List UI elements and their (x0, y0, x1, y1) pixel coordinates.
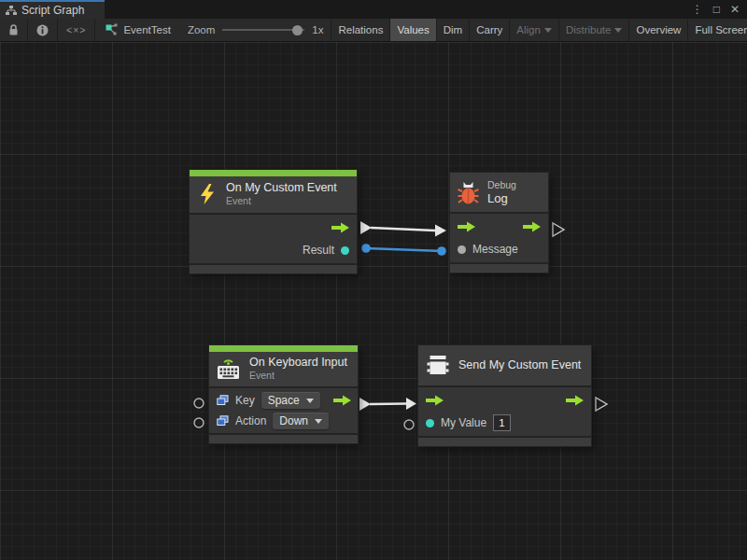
edit-source-button[interactable]: <×> (58, 19, 95, 41)
node-body: Key Space Action Down (209, 386, 358, 435)
flow-out-arrow-icon[interactable] (333, 395, 351, 406)
message-input-row: Message (450, 238, 548, 260)
enum-windows-icon (217, 415, 229, 427)
event-colorbar (209, 345, 358, 352)
overview-button[interactable]: Overview (628, 19, 687, 41)
node-subtitle: Event (249, 370, 347, 382)
connection-value-result-to-message[interactable] (361, 244, 446, 256)
send-event-exit-port[interactable] (596, 398, 607, 411)
node-header: On My Custom Event Event (190, 176, 357, 213)
carry-button[interactable]: Carry (469, 19, 509, 41)
node-title: On My Custom Event (226, 181, 337, 195)
zoom-value: 1x (312, 24, 323, 35)
my-value-port[interactable] (426, 419, 434, 427)
zoom-slider-handle[interactable] (292, 25, 303, 35)
flow-out-arrow-icon[interactable] (331, 222, 349, 233)
node-footer (190, 265, 357, 273)
zoom-control: Zoom 1x (180, 19, 331, 41)
keyboard-input-icon (216, 357, 241, 381)
distribute-button[interactable]: Distribute (558, 19, 629, 41)
window-titlebar: Script Graph ⋮ □ ✕ (0, 0, 747, 19)
chevron-down-icon (306, 399, 314, 403)
node-send-my-custom-event[interactable]: Send My Custom Event My Value 1 (418, 345, 591, 446)
lock-button[interactable] (0, 19, 28, 41)
flow-out-arrow-icon[interactable] (566, 395, 584, 406)
event-machine-icon (426, 354, 450, 377)
relations-button[interactable]: Relations (331, 19, 389, 41)
node-title: Log (487, 191, 516, 205)
flow-out-arrow-icon[interactable] (523, 221, 541, 232)
dim-button[interactable]: Dim (436, 19, 469, 41)
flow-in-arrow-icon[interactable] (426, 395, 444, 406)
graph-canvas[interactable]: On My Custom Event Event Result (0, 42, 747, 560)
flow-row (450, 216, 548, 238)
chevron-down-icon (315, 419, 322, 424)
enum-windows-icon (217, 395, 229, 406)
node-footer (209, 435, 358, 443)
align-label: Align (516, 24, 541, 35)
action-dropdown[interactable]: Down (273, 413, 329, 429)
maximize-icon[interactable]: □ (713, 4, 720, 15)
flow-output-row (190, 217, 357, 239)
graph-breadcrumb[interactable]: EventTest (95, 19, 180, 41)
key-label: Key (235, 394, 255, 407)
my-value-label: My Value (441, 416, 486, 429)
connection-flow-keyboard-to-send[interactable] (359, 398, 416, 411)
code-icon: <×> (66, 24, 86, 35)
chevron-down-icon (614, 28, 622, 33)
carry-label: Carry (476, 24, 502, 35)
debug-bug-icon (458, 180, 479, 205)
zoom-slider[interactable] (222, 24, 304, 35)
key-input-row: Key Space (209, 390, 358, 411)
flow-in-arrow-icon[interactable] (458, 221, 475, 232)
graph-hierarchy-icon (6, 5, 17, 16)
event-colorbar (190, 170, 357, 176)
node-header: Send My Custom Event (418, 345, 591, 385)
distribute-label: Distribute (566, 24, 612, 35)
debug-log-exit-port[interactable] (553, 223, 564, 236)
action-dropdown-value: Down (279, 414, 308, 427)
node-body: Message (450, 212, 548, 264)
result-output-row: Result (190, 239, 357, 261)
values-label: Values (397, 24, 429, 35)
node-surtitle: Debug (487, 179, 516, 191)
my-value-input-port[interactable] (404, 420, 414, 429)
toolbar-buttons: Relations Values Dim Carry Align Distrib… (331, 19, 747, 41)
align-button[interactable]: Align (509, 19, 558, 41)
node-subtitle: Event (226, 195, 337, 207)
dim-label: Dim (444, 24, 462, 35)
inspect-button[interactable] (28, 19, 58, 41)
lightning-bolt-icon (197, 183, 218, 205)
my-value-input-row: My Value 1 (418, 412, 591, 434)
result-value-port[interactable] (341, 246, 349, 255)
fullscreen-button[interactable]: Full Screen (687, 19, 747, 41)
key-dropdown[interactable]: Space (261, 392, 320, 409)
node-on-keyboard-input[interactable]: On Keyboard Input Event Key Space (209, 345, 358, 443)
node-header: Debug Log (450, 173, 548, 212)
connection-flow-event-to-log[interactable] (360, 221, 446, 237)
action-label: Action (235, 414, 266, 427)
values-button[interactable]: Values (389, 19, 435, 41)
node-debug-log[interactable]: Debug Log Message (450, 173, 548, 273)
node-on-my-custom-event[interactable]: On My Custom Event Event Result (190, 170, 357, 273)
window-menu-icon[interactable]: ⋮ (692, 4, 703, 15)
info-icon (36, 24, 49, 36)
message-label: Message (472, 243, 518, 256)
graph-toolbar: <×> EventTest Zoom 1x Relations Values D… (0, 19, 747, 42)
node-footer (450, 264, 548, 273)
node-footer (418, 438, 591, 446)
action-input-port[interactable] (194, 418, 204, 427)
fullscreen-label: Full Screen (695, 24, 747, 35)
message-value-port[interactable] (458, 245, 466, 254)
my-value-field[interactable]: 1 (493, 414, 510, 431)
node-body: Result (190, 213, 357, 265)
window-controls: ⋮ □ ✕ (692, 0, 747, 19)
close-icon[interactable]: ✕ (730, 4, 740, 15)
chevron-down-icon (544, 28, 552, 33)
connections-layer (0, 42, 747, 560)
key-dropdown-value: Space (268, 394, 300, 407)
relations-label: Relations (338, 24, 383, 35)
lock-icon (8, 24, 19, 36)
tab-script-graph[interactable]: Script Graph (0, 0, 105, 19)
key-input-port[interactable] (194, 399, 204, 408)
